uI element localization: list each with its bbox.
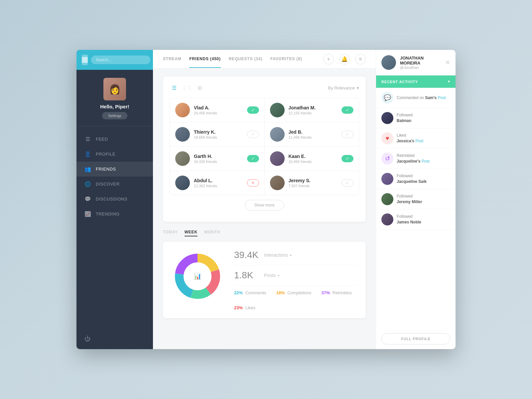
app-logo [82, 55, 88, 65]
svg-text:📊: 📊 [194, 273, 201, 280]
recent-activity-toggle[interactable]: RECENT ACTIVITY ▾ [376, 75, 456, 88]
friend-count: 24,456 friends [194, 111, 243, 115]
chevron-down-icon: ▾ [290, 253, 292, 257]
tab-week[interactable]: WEEK [185, 230, 198, 236]
sidebar-item-profile[interactable]: 👤 PROFILE [76, 147, 153, 162]
list-item: Kaan E. 10,456 friends ✓ [265, 147, 359, 171]
nav-menu: ☰ FEED 👤 PROFILE 👥 FRIENDS 🌐 DISCOVER 💬 … [76, 126, 153, 329]
friend-confirm-button[interactable]: ✓ [247, 155, 259, 162]
friend-decline-button[interactable]: ✕ [247, 179, 259, 187]
stats-panel: 📊 39.4K Interactions ▾ 1.8K [163, 242, 366, 318]
add-button[interactable]: + [323, 54, 334, 65]
friend-pending-button[interactable]: ✓ [341, 131, 353, 138]
interactions-stat: 39.4K Interactions ▾ [234, 250, 358, 265]
sidebar-item-friends[interactable]: 👥 FRIENDS [76, 162, 153, 177]
activity-text: Commented on Sam's Post [397, 95, 446, 101]
sidebar-item-label: DISCOVER [96, 182, 120, 187]
friend-pending-button[interactable]: ✓ [247, 131, 259, 138]
trending-icon: 📈 [84, 211, 91, 217]
user-name-block: JONATHAN MOREIRA @Jonathan [400, 56, 441, 69]
list-item: Jeremy S. 7,567 friends ✓ [265, 171, 359, 195]
sort-label: By Relevance [328, 85, 355, 90]
friend-pending-button[interactable]: ✓ [341, 179, 353, 187]
friend-name: Abdul L. [194, 178, 243, 183]
list-item: Vlad A. 24,456 friends ✓ [170, 98, 264, 122]
list-item: FollowedJacqueline Saik [376, 169, 456, 189]
close-button[interactable]: ✕ [445, 60, 450, 66]
tab-friends[interactable]: FRIENDS (450) [189, 51, 220, 68]
tab-stream[interactable]: STREAM [163, 51, 181, 68]
right-panel: JONATHAN MOREIRA @Jonathan ✕ RECENT ACTI… [376, 50, 456, 349]
posts-label: Posts ▾ [264, 273, 279, 278]
friend-count: 12,302 friends [194, 184, 243, 188]
friend-name: Vlad A. [194, 105, 243, 110]
list-item: Jonathan M. 12,155 friends ✓ [265, 98, 359, 122]
friend-confirm-button[interactable]: ✓ [247, 106, 259, 114]
tab-today[interactable]: TODAY [163, 230, 178, 236]
settings-button[interactable]: Settings [102, 112, 127, 119]
header-actions: + 🔔 ≡ [323, 54, 366, 65]
search-input[interactable] [91, 56, 150, 64]
sidebar-item-label: TRENDING [96, 211, 120, 216]
comment-icon: 💬 [381, 92, 393, 104]
activity-text: LikedJessica's Post [397, 133, 423, 144]
notifications-button[interactable]: 🔔 [339, 54, 350, 65]
main-header: STREAM FRIENDS (450) REQUESTS (34) FAVOR… [153, 50, 376, 68]
retrinkles-stat: 37% Retrinkles [321, 290, 351, 295]
full-profile-button[interactable]: FULL PROFILE [381, 333, 450, 344]
activity-text: FollowedJacqueline Saik [397, 173, 427, 185]
tab-month[interactable]: MONTH [204, 230, 220, 236]
show-more-button[interactable]: Show more [245, 200, 284, 210]
posts-stat: 1.8K Posts ▾ [234, 270, 358, 286]
sidebar-profile: 👩 Hello, Piper! Settings [76, 70, 153, 126]
tab-requests[interactable]: REQUESTS (34) [229, 51, 262, 68]
avatar [175, 151, 190, 166]
list-view-button[interactable]: ☰ [170, 83, 179, 92]
friend-name: Garth H. [194, 154, 243, 159]
menu-button[interactable]: ≡ [355, 54, 366, 65]
chevron-down-icon: ▾ [448, 79, 450, 84]
logout-button[interactable]: ⏻ [76, 329, 153, 349]
comments-stat: 22% Comments [234, 290, 266, 295]
friend-info: Thierry K. 19,656 friends [194, 129, 243, 139]
list-item: FollowedJames Noble [376, 209, 456, 230]
list-item: FollowedBatman [376, 108, 456, 128]
main-tabs: STREAM FRIENDS (450) REQUESTS (34) FAVOR… [163, 51, 302, 68]
friend-info: Vlad A. 24,456 friends [194, 105, 243, 115]
discussions-icon: 💬 [84, 196, 91, 202]
stats-tabs: TODAY WEEK MONTH [163, 230, 366, 236]
friend-info: Jeremy S. 7,567 friends [289, 178, 338, 188]
friends-icon: 👥 [84, 166, 91, 172]
list-item: ↺ RetrinkledJacqueline's Post [376, 149, 456, 169]
grid-large-view-button[interactable]: ⊞ [195, 83, 204, 92]
list-item: FollowedJeremy Miller [376, 189, 456, 209]
completions-stat: 18% Completions [276, 290, 312, 295]
activity-text: FollowedJeremy Miller [397, 194, 422, 205]
user-handle: @Jonathan [400, 66, 441, 69]
friend-name: Jeremy S. [289, 178, 338, 183]
activity-text: RetrinkledJacqueline's Post [397, 153, 430, 164]
friend-confirm-button[interactable]: ✓ [341, 106, 353, 114]
donut-chart: 📊 [171, 250, 224, 303]
friend-info: Kaan E. 10,456 friends [289, 154, 338, 164]
sidebar-item-discover[interactable]: 🌐 DISCOVER [76, 177, 153, 192]
sidebar-header [76, 50, 153, 70]
friend-confirm-button[interactable]: ✓ [341, 155, 353, 162]
friends-toolbar: ☰ ⋮⋮ ⊞ By Relevance ▾ [170, 83, 359, 92]
friend-count: 10,456 friends [289, 160, 338, 164]
grid-small-view-button[interactable]: ⋮⋮ [182, 83, 192, 92]
avatar [381, 55, 396, 70]
feed-icon: ☰ [84, 136, 91, 142]
list-item: Garth H. 16,426 friends ✓ [170, 147, 264, 171]
recent-activity-label: RECENT ACTIVITY [381, 80, 418, 84]
friend-name: Thierry K. [194, 129, 243, 135]
sidebar-item-trending[interactable]: 📈 TRENDING [76, 206, 153, 221]
activity-text: FollowedJames Noble [397, 214, 421, 225]
sidebar-item-discussions[interactable]: 💬 DISCUSSIONS [76, 192, 153, 206]
list-item: Thierry K. 19,656 friends ✓ [170, 122, 264, 146]
tab-favorites[interactable]: FAVORITES (8) [270, 51, 302, 68]
sort-dropdown[interactable]: By Relevance ▾ [328, 85, 359, 90]
sidebar-item-feed[interactable]: ☰ FEED [76, 132, 153, 147]
friend-count: 19,656 friends [194, 135, 243, 139]
like-icon: ♥ [381, 132, 393, 144]
